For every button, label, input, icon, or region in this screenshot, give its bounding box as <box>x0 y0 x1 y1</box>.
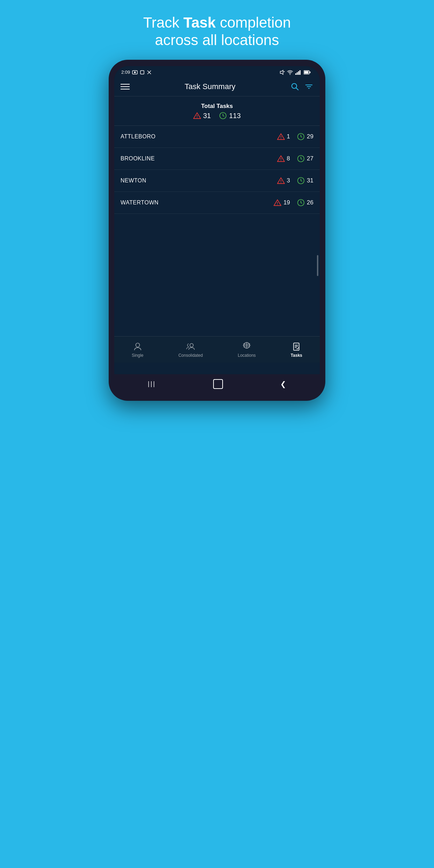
svg-rect-14 <box>304 71 309 73</box>
scrollbar <box>317 255 318 276</box>
recents-button[interactable]: ||| <box>148 380 156 388</box>
search-icon[interactable] <box>290 82 299 91</box>
svg-rect-10 <box>297 72 298 75</box>
location-row-watertown[interactable]: WATERTOWN 19 26 <box>114 192 320 214</box>
svg-point-1 <box>134 71 136 73</box>
tab-single-label: Single <box>132 353 143 358</box>
location-list: ATTLEBORO 1 29 <box>114 126 320 214</box>
clock-icon <box>297 133 305 140</box>
warning-icon <box>277 133 285 140</box>
newton-warning: 3 <box>277 177 290 185</box>
attleboro-clock: 29 <box>297 133 313 140</box>
mute-icon <box>279 70 285 75</box>
svg-rect-12 <box>299 70 301 75</box>
back-button[interactable]: ❮ <box>280 380 286 388</box>
svg-point-8 <box>290 74 290 75</box>
tab-consolidated[interactable]: Consolidated <box>171 341 210 359</box>
brookline-warning: 8 <box>277 155 290 162</box>
location-name-brookline: BROOKLINE <box>121 155 155 162</box>
hero-text: Track Task completionacross all location… <box>143 14 291 48</box>
phone-outer: 2:09 <box>109 60 325 401</box>
newton-clock: 31 <box>297 177 313 185</box>
svg-point-39 <box>277 204 278 205</box>
svg-point-16 <box>292 84 297 88</box>
bottom-nav: Single Consolidated <box>114 336 320 363</box>
warning-icon <box>277 155 285 162</box>
watertown-warning: 19 <box>274 199 290 207</box>
svg-rect-42 <box>294 343 299 350</box>
clock-icon-total <box>219 112 227 120</box>
consolidated-icon <box>186 342 195 351</box>
time: 2:09 <box>121 70 130 75</box>
svg-point-27 <box>281 138 281 139</box>
tab-locations-label: Locations <box>238 353 255 358</box>
watertown-clock: 26 <box>297 199 313 207</box>
svg-rect-15 <box>310 71 311 73</box>
warning-icon <box>274 199 281 207</box>
location-name-watertown: WATERTOWN <box>121 200 159 206</box>
svg-point-31 <box>281 160 281 161</box>
location-row-brookline[interactable]: BROOKLINE 8 27 <box>114 148 320 170</box>
hamburger-menu[interactable] <box>121 84 130 89</box>
battery-icon <box>304 70 311 74</box>
page-title: Task Summary <box>185 82 235 91</box>
location-name-attleboro: ATTLEBORO <box>121 133 155 140</box>
svg-rect-9 <box>295 73 296 75</box>
wifi-icon <box>287 70 293 75</box>
clock-icon <box>297 177 305 185</box>
clock-icon <box>297 199 305 207</box>
tasks-icon <box>292 342 301 351</box>
task-summary-header: Total Tasks 31 113 <box>114 96 320 126</box>
filter-icon[interactable] <box>304 82 313 91</box>
brookline-clock: 27 <box>297 155 313 162</box>
svg-rect-2 <box>140 71 144 74</box>
svg-point-23 <box>197 117 197 118</box>
close-icon <box>147 70 152 75</box>
location-row-attleboro[interactable]: ATTLEBORO 1 29 <box>114 126 320 148</box>
tab-tasks-label: Tasks <box>291 353 302 358</box>
location-row-newton[interactable]: NEWTON 3 31 <box>114 170 320 192</box>
svg-point-35 <box>281 182 281 183</box>
svg-marker-5 <box>280 70 283 74</box>
tab-tasks[interactable]: Tasks <box>284 341 309 359</box>
phone-bottom-bar: ||| ❮ <box>114 374 320 394</box>
home-button[interactable] <box>213 379 223 389</box>
single-icon <box>133 342 142 351</box>
notification-icon <box>140 70 145 75</box>
top-nav: Task Summary <box>114 77 320 96</box>
empty-content-area <box>114 214 320 336</box>
hero-section: Track Task completionacross all location… <box>122 0 312 60</box>
phone-screen: 2:09 <box>114 66 320 374</box>
attleboro-warning: 1 <box>277 133 290 140</box>
total-clock-count: 113 <box>219 112 240 120</box>
total-warning-count: 31 <box>193 112 211 120</box>
tab-consolidated-label: Consolidated <box>178 353 203 358</box>
locations-icon <box>242 342 251 351</box>
svg-line-17 <box>296 88 298 90</box>
svg-rect-11 <box>298 71 299 75</box>
total-tasks-label: Total Tasks <box>114 103 320 110</box>
photo-icon <box>132 70 138 75</box>
location-name-newton: NEWTON <box>121 178 146 184</box>
clock-icon <box>297 155 305 162</box>
signal-icon <box>295 70 302 75</box>
tab-locations[interactable]: Locations <box>231 341 262 359</box>
tab-single[interactable]: Single <box>125 341 150 359</box>
warning-icon-total <box>193 112 201 120</box>
status-bar: 2:09 <box>114 66 320 77</box>
app-screen: Task Summary Total Tasks <box>114 77 320 374</box>
warning-icon <box>277 177 285 185</box>
